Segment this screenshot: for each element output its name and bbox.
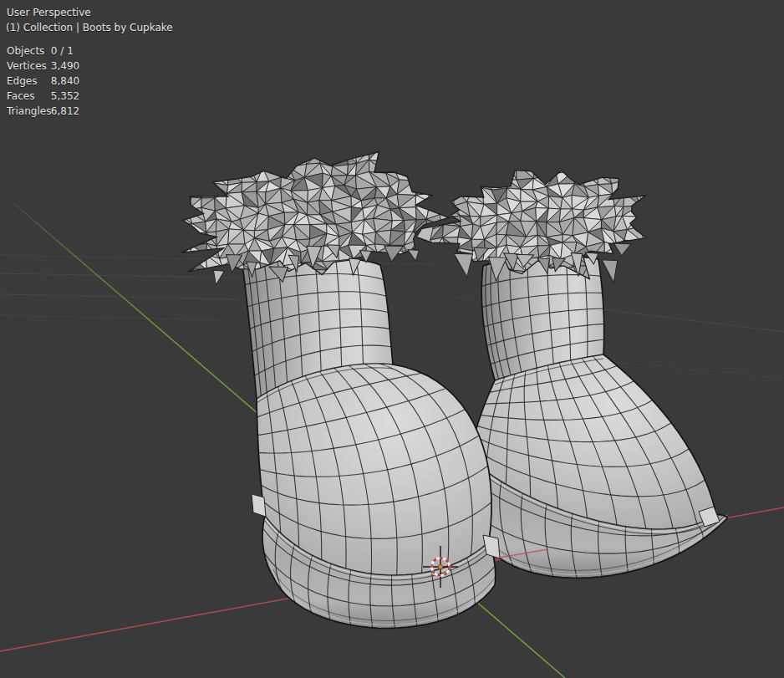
stats-value: 5,352 (51, 89, 79, 104)
stats-label: Objects (7, 43, 48, 59)
stats-row-objects: Objects 0 / 1 (7, 43, 79, 59)
viewport-3d-canvas[interactable] (0, 0, 784, 678)
blender-viewport: User Perspective (1) Collection | Boots … (0, 0, 784, 678)
stats-value: 6,812 (51, 104, 79, 119)
stats-label: Vertices (7, 59, 48, 74)
breadcrumb: (1) Collection | Boots by Cupkake (6, 20, 173, 35)
stats-label: Faces (7, 89, 48, 104)
stats-row-vertices: Vertices 3,490 (7, 59, 79, 74)
stats-value: 3,490 (51, 59, 79, 74)
stats-overlay: Objects 0 / 1 Vertices 3,490 Edges 8,840… (7, 43, 79, 119)
stats-value: 8,840 (51, 74, 79, 89)
stats-row-triangles: Triangles 6,812 (7, 104, 79, 119)
stats-row-faces: Faces 5,352 (7, 89, 79, 104)
stats-label: Edges (7, 74, 48, 89)
stats-label: Triangles (7, 104, 48, 119)
stats-value: 0 / 1 (51, 43, 74, 59)
stats-row-edges: Edges 8,840 (7, 74, 79, 89)
view-label: User Perspective (7, 5, 91, 20)
